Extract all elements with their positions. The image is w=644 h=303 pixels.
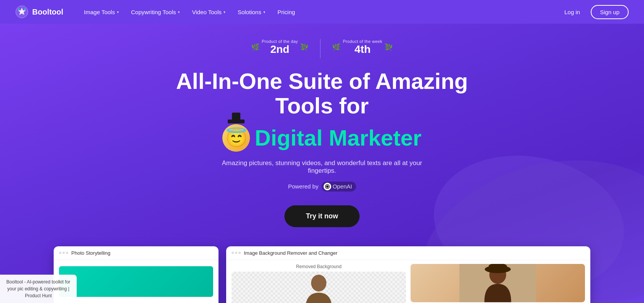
badge-divider (320, 39, 320, 58)
badge-day-number: 2nd (270, 44, 289, 56)
removed-bg-svg (232, 272, 406, 303)
photo-teal-preview (59, 266, 213, 297)
svg-point-1 (18, 8, 20, 10)
wreath2-right-icon: 🌿 (384, 43, 393, 51)
nav-video-tools-label: Video Tools (192, 9, 222, 15)
bg-dot-1 (232, 252, 234, 254)
hat-decoration (228, 120, 245, 123)
bg-dot-2 (235, 252, 237, 254)
bg-dot-3 (238, 252, 241, 254)
card-dots (59, 252, 68, 254)
openai-logo: OpenAI (322, 182, 356, 192)
bg-card-dots (232, 252, 241, 254)
badge-product-day: 🌿 Product of the day 2nd 🌿 (251, 39, 309, 58)
openai-svg-icon (325, 184, 330, 189)
wreath2-left-icon: 🌿 (332, 43, 340, 51)
nav-video-chevron-icon: ▾ (223, 10, 225, 14)
nav-solutions-chevron-icon: ▾ (263, 10, 265, 14)
avatar-emoji: 😇 (222, 124, 250, 152)
hero-section: 🌿 Product of the day 2nd 🌿 🌿 Product of … (0, 24, 644, 303)
badge-product-week: 🌿 Product of the week 4th 🌿 (332, 39, 393, 58)
logo-icon (15, 5, 28, 18)
wreath-right-icon: 🌿 (300, 43, 309, 51)
original-bg-preview (411, 264, 585, 302)
nav-pricing-label: Pricing (278, 9, 295, 15)
nav-image-tools-chevron-icon: ▾ (117, 10, 119, 14)
openai-icon (324, 183, 331, 190)
openai-name: OpenAI (333, 183, 352, 190)
bg-card-title: Image Background Remover and Changer (244, 250, 337, 256)
photo-storytelling-card: Photo Storytelling (54, 246, 219, 303)
nav-solutions-label: Solotions (238, 9, 261, 15)
original-bg-section (411, 264, 585, 303)
nav-video-tools[interactable]: Video Tools ▾ (187, 6, 231, 18)
hero-subline: 😇 Digital Marketer (222, 124, 421, 152)
bg-remover-content: Removed Background (226, 260, 590, 303)
powered-by-row: Powered by OpenAI (288, 182, 356, 192)
nav-copywriting-chevron-icon: ▾ (178, 10, 180, 14)
badge-day-label: Product of the day (262, 39, 298, 44)
svg-point-3 (311, 275, 327, 292)
hero-headline: All-In-One Suite of Amazing Tools for (150, 69, 495, 118)
removed-bg-section: Removed Background (232, 264, 406, 303)
removed-bg-label: Removed Background (232, 264, 406, 269)
hero-description: Amazing pictures, stunning videos, and w… (207, 159, 437, 175)
photo-card-header: Photo Storytelling (54, 246, 219, 260)
signup-button[interactable]: Sign up (591, 5, 629, 19)
navigation: Booltool Image Tools ▾ Copywriting Tools… (0, 0, 644, 24)
dot-3 (66, 252, 68, 254)
nav-links: Image Tools ▾ Copywriting Tools ▾ Video … (79, 6, 558, 18)
try-now-button[interactable]: Try it now (284, 205, 360, 227)
nav-image-tools[interactable]: Image Tools ▾ (79, 6, 124, 18)
badge-week-number: 4th (355, 44, 371, 56)
cards-preview: Photo Storytelling Image Background Remo… (0, 246, 644, 303)
svg-point-2 (24, 8, 26, 10)
nav-pricing[interactable]: Pricing (272, 6, 301, 18)
wreath-left-icon: 🌿 (251, 43, 260, 51)
removed-bg-preview (232, 272, 406, 303)
powered-by-label: Powered by (288, 183, 318, 190)
dot-2 (62, 252, 65, 254)
nav-copywriting-tools[interactable]: Copywriting Tools ▾ (126, 6, 185, 18)
tooltip-text: Booltool - AI-powered toolkit for your p… (7, 279, 71, 298)
login-button[interactable]: Log in (558, 6, 586, 18)
photo-card-content (54, 260, 219, 301)
bg-remover-card: Image Background Remover and Changer Rem… (226, 246, 590, 303)
badge-week-label: Product of the week (343, 39, 382, 44)
logo[interactable]: Booltool (15, 5, 63, 18)
dot-1 (59, 252, 61, 254)
bottom-tooltip: Booltool - AI-powered toolkit for your p… (0, 275, 77, 303)
nav-image-tools-label: Image Tools (84, 9, 115, 15)
badges-row: 🌿 Product of the day 2nd 🌿 🌿 Product of … (251, 39, 393, 58)
nav-right: Log in Sign up (558, 5, 629, 19)
brand-name: Booltool (32, 8, 63, 16)
bg-card-header: Image Background Remover and Changer (226, 246, 590, 260)
hero-role-text: Digital Marketer (255, 127, 421, 149)
nav-copywriting-tools-label: Copywriting Tools (131, 9, 176, 15)
nav-solutions[interactable]: Solotions ▾ (232, 6, 271, 18)
original-person-svg (411, 264, 585, 302)
photo-card-title: Photo Storytelling (71, 250, 110, 256)
